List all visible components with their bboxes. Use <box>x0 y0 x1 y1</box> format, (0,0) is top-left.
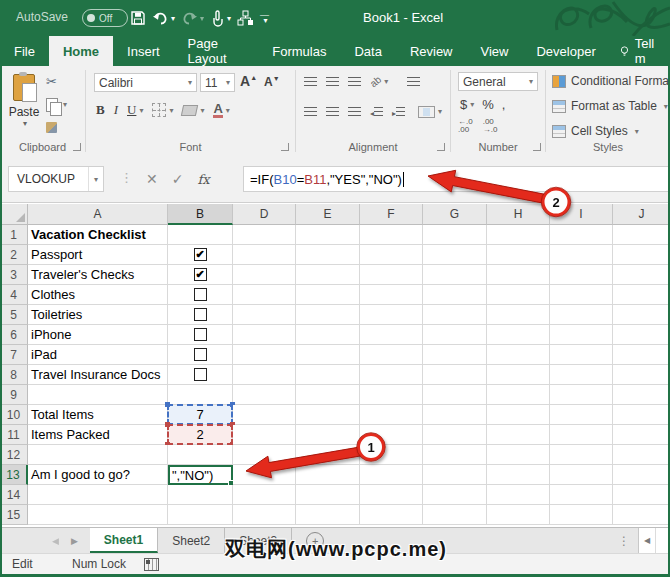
cell-I8[interactable] <box>550 365 613 385</box>
cut-button[interactable]: ✂ <box>46 74 67 89</box>
row-header-15[interactable]: 15 <box>0 505 28 525</box>
cell-D7[interactable] <box>233 345 296 365</box>
cell-E14[interactable] <box>296 485 360 505</box>
cell-B13[interactable]: ","NO") <box>168 465 233 485</box>
cell-I10[interactable] <box>550 405 613 425</box>
cell-G9[interactable] <box>423 385 487 405</box>
cell-E13[interactable] <box>296 465 360 485</box>
row-header-4[interactable]: 4 <box>0 285 28 305</box>
cell-F8[interactable] <box>360 365 423 385</box>
cell-E3[interactable] <box>296 265 360 285</box>
decrease-indent-button[interactable]: ◂ <box>370 104 383 119</box>
cell-B2[interactable]: ✔ <box>168 245 233 265</box>
cell-I2[interactable] <box>550 245 613 265</box>
tab-page-layout[interactable]: Page Layout <box>174 36 259 66</box>
cell-B6[interactable] <box>168 325 233 345</box>
align-middle-button[interactable] <box>326 77 339 86</box>
tab-formulas[interactable]: Formulas <box>258 36 340 66</box>
copy-button[interactable]: ▾ <box>46 97 67 112</box>
cell-H15[interactable] <box>487 505 550 525</box>
paste-button[interactable]: Paste ▾ <box>6 72 42 138</box>
cell-D1[interactable] <box>233 225 296 245</box>
tell-me-box[interactable]: Tell m <box>610 36 670 66</box>
row-header-9[interactable]: 9 <box>0 385 28 405</box>
cell-J11[interactable] <box>613 425 670 445</box>
cell-D14[interactable] <box>233 485 296 505</box>
name-box[interactable]: VLOOKUP ▾ <box>8 166 104 192</box>
sheet-tab-sheet2[interactable]: Sheet2 <box>158 528 225 553</box>
cell-A11[interactable]: Items Packed <box>28 425 168 445</box>
sheet-tab-sheet1[interactable]: Sheet1 <box>90 528 158 553</box>
column-header-G[interactable]: G <box>423 204 487 225</box>
cell-A15[interactable] <box>28 505 168 525</box>
cell-G12[interactable] <box>423 445 487 465</box>
align-right-button[interactable] <box>348 107 361 116</box>
cell-B14[interactable] <box>168 485 233 505</box>
cell-G1[interactable] <box>423 225 487 245</box>
cell-A4[interactable]: Clothes <box>28 285 168 305</box>
tab-review[interactable]: Review <box>396 36 467 66</box>
column-header-I[interactable]: I <box>550 204 613 225</box>
cell-E5[interactable] <box>296 305 360 325</box>
row-header-6[interactable]: 6 <box>0 325 28 345</box>
cell-A10[interactable]: Total Items <box>28 405 168 425</box>
next-sheet-button[interactable]: ▶ <box>71 536 78 546</box>
cell-G15[interactable] <box>423 505 487 525</box>
orientation-button[interactable]: ab <box>368 74 384 90</box>
checkbox-checked-icon[interactable]: ✔ <box>194 268 207 281</box>
wrap-text-button[interactable] <box>407 77 420 86</box>
cell-J15[interactable] <box>613 505 670 525</box>
cell-B5[interactable] <box>168 305 233 325</box>
tab-insert[interactable]: Insert <box>113 36 174 66</box>
formula-input[interactable]: =IF(B10=B11,"YES","NO") <box>243 166 670 192</box>
checkbox-unchecked-icon[interactable] <box>194 368 207 381</box>
increase-indent-button[interactable]: ▸ <box>392 104 405 119</box>
row-header-11[interactable]: 11 <box>0 425 28 445</box>
cell-F14[interactable] <box>360 485 423 505</box>
cell-H12[interactable] <box>487 445 550 465</box>
cell-A5[interactable]: Toiletries <box>28 305 168 325</box>
checkbox-unchecked-icon[interactable] <box>194 308 207 321</box>
decrease-decimal-button[interactable]: .00 →.0 <box>483 118 498 134</box>
cell-J10[interactable] <box>613 405 670 425</box>
cell-B7[interactable] <box>168 345 233 365</box>
cell-H2[interactable] <box>487 245 550 265</box>
cell-G14[interactable] <box>423 485 487 505</box>
alignment-dialog-launcher[interactable] <box>437 143 445 151</box>
cell-B3[interactable]: ✔ <box>168 265 233 285</box>
cell-A2[interactable]: Passport <box>28 245 168 265</box>
tab-developer[interactable]: Developer <box>522 36 609 66</box>
cell-I12[interactable] <box>550 445 613 465</box>
format-as-table-button[interactable]: Format as Table ▾ <box>552 99 668 113</box>
cell-B11[interactable]: 2 <box>168 425 233 445</box>
cell-H4[interactable] <box>487 285 550 305</box>
cell-D10[interactable] <box>233 405 296 425</box>
checkbox-unchecked-icon[interactable] <box>194 288 207 301</box>
format-painter-button[interactable] <box>46 120 67 135</box>
tab-view[interactable]: View <box>467 36 523 66</box>
cell-I4[interactable] <box>550 285 613 305</box>
cell-F4[interactable] <box>360 285 423 305</box>
cell-J13[interactable] <box>613 465 670 485</box>
cell-B9[interactable] <box>168 385 233 405</box>
comma-button[interactable]: , <box>502 97 506 112</box>
cell-J5[interactable] <box>613 305 670 325</box>
cell-D13[interactable] <box>233 465 296 485</box>
cell-I6[interactable] <box>550 325 613 345</box>
cell-D3[interactable] <box>233 265 296 285</box>
cell-J14[interactable] <box>613 485 670 505</box>
align-center-button[interactable] <box>326 107 339 116</box>
redo-button[interactable]: ▾ <box>181 11 204 26</box>
number-dialog-launcher[interactable] <box>533 143 541 151</box>
cell-D2[interactable] <box>233 245 296 265</box>
autosave-toggle[interactable]: Off <box>82 9 128 27</box>
cell-D8[interactable] <box>233 365 296 385</box>
checkbox-unchecked-icon[interactable] <box>194 348 207 361</box>
cell-D11[interactable] <box>233 425 296 445</box>
cell-A7[interactable]: iPad <box>28 345 168 365</box>
cell-E8[interactable] <box>296 365 360 385</box>
cell-E2[interactable] <box>296 245 360 265</box>
cell-I9[interactable] <box>550 385 613 405</box>
cell-E11[interactable] <box>296 425 360 445</box>
italic-button[interactable]: I <box>114 102 118 118</box>
